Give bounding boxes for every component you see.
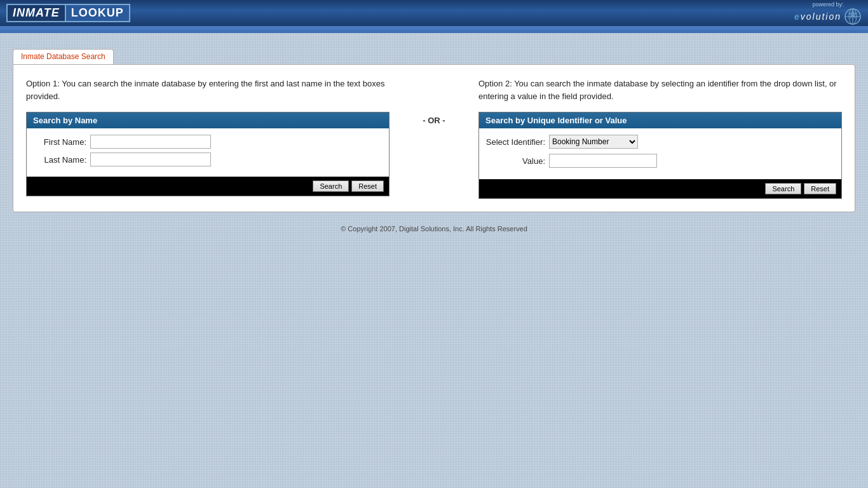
logo-area: INMATE LOOKUP xyxy=(6,4,130,22)
search-by-name-body: First Name: Last Name: xyxy=(27,128,389,177)
powered-by-text: powered by: xyxy=(812,1,843,8)
select-identifier-row: Select Identifier: Booking Number ID Num… xyxy=(485,135,835,149)
option-1-section: Option 1: You can search the inmate data… xyxy=(26,78,402,196)
option2-description: Option 2: You can search the inmate data… xyxy=(478,78,842,102)
first-name-input[interactable] xyxy=(90,135,211,149)
tab-inmate-database-search[interactable]: Inmate Database Search xyxy=(13,49,114,64)
evolution-rest: volution xyxy=(801,11,841,22)
search-by-name-footer: Search Reset xyxy=(27,177,389,196)
first-name-row: First Name: xyxy=(33,135,383,149)
powered-by-area: powered by: evolution xyxy=(794,1,862,25)
first-name-label: First Name: xyxy=(33,137,90,147)
last-name-row: Last Name: xyxy=(33,152,383,166)
search-layout: Option 1: You can search the inmate data… xyxy=(26,78,842,199)
search-by-name-header: Search by Name xyxy=(27,112,389,128)
panel-wrapper: Option 1: You can search the inmate data… xyxy=(13,64,855,212)
evolution-logo: evolution xyxy=(794,8,862,25)
last-name-label: Last Name: xyxy=(33,155,90,165)
search-by-identifier-footer: Search Reset xyxy=(479,179,841,198)
copyright-text: © Copyright 2007, Digital Solutions, Inc… xyxy=(341,225,527,233)
value-input[interactable] xyxy=(549,154,657,168)
header: INMATE LOOKUP powered by: evolution xyxy=(0,0,868,28)
identifier-reset-button[interactable]: Reset xyxy=(804,183,836,194)
value-row: Value: xyxy=(485,154,835,168)
evolution-e-letter: e xyxy=(794,11,801,22)
last-name-input[interactable] xyxy=(90,152,211,166)
main-content: Inmate Database Search Option 1: You can… xyxy=(0,33,868,242)
or-divider: - OR - xyxy=(402,78,466,125)
option-2-section: Option 2: You can search the inmate data… xyxy=(466,78,842,199)
footer: © Copyright 2007, Digital Solutions, Inc… xyxy=(13,225,855,233)
logo-inmate: INMATE xyxy=(6,4,66,22)
name-search-button[interactable]: Search xyxy=(313,180,349,192)
logo-box: INMATE LOOKUP xyxy=(6,4,130,22)
sub-header-bar xyxy=(0,28,868,33)
identifier-select[interactable]: Booking Number ID Number SSN xyxy=(549,135,638,149)
tab-bar: Inmate Database Search xyxy=(13,49,855,64)
name-reset-button[interactable]: Reset xyxy=(351,180,384,192)
option1-description: Option 1: You can search the inmate data… xyxy=(26,78,390,102)
select-identifier-label: Select Identifier: xyxy=(485,137,549,147)
search-by-name-box: Search by Name First Name: Last Name: xyxy=(26,112,390,196)
evolution-icon xyxy=(844,8,862,25)
search-by-identifier-header: Search by Unique Identifier or Value xyxy=(479,112,841,128)
identifier-search-button[interactable]: Search xyxy=(765,183,801,194)
logo-lookup: LOOKUP xyxy=(66,4,130,22)
evolution-text: evolution xyxy=(794,11,841,22)
search-by-identifier-box: Search by Unique Identifier or Value Sel… xyxy=(478,112,842,199)
value-label: Value: xyxy=(485,156,549,166)
search-by-identifier-body: Select Identifier: Booking Number ID Num… xyxy=(479,128,841,179)
